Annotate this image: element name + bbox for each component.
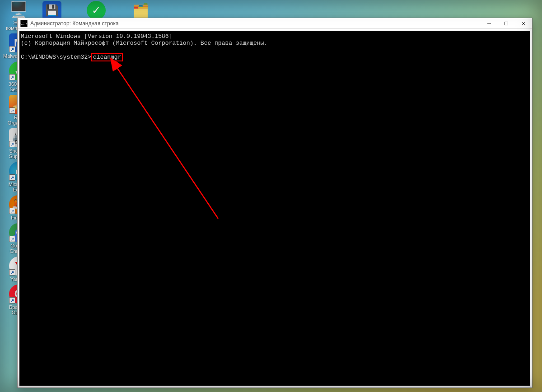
- window-titlebar[interactable]: C:\ Администратор: Командная строка: [18, 18, 532, 29]
- terminal-version-line: Microsoft Windows [Version 10.0.19043.15…: [21, 33, 172, 40]
- terminal-prompt: C:\WINDOWS\system32>: [21, 54, 91, 61]
- svg-rect-1: [505, 22, 508, 25]
- cmd-app-icon: C:\: [20, 20, 28, 27]
- command-prompt-window: C:\ Администратор: Командная строка Micr…: [17, 18, 533, 388]
- minimize-button[interactable]: [481, 18, 498, 28]
- close-button[interactable]: [515, 18, 532, 28]
- window-title: Администратор: Командная строка: [30, 20, 481, 27]
- window-controls: [481, 18, 532, 28]
- maximize-button[interactable]: [498, 18, 515, 28]
- terminal-area[interactable]: Microsoft Windows [Version 10.0.19043.15…: [19, 31, 530, 386]
- terminal-copyright-line: (c) Корпорация Майкрософт (Microsoft Cor…: [21, 40, 267, 47]
- terminal-command-highlighted: cleanmgr: [91, 53, 123, 61]
